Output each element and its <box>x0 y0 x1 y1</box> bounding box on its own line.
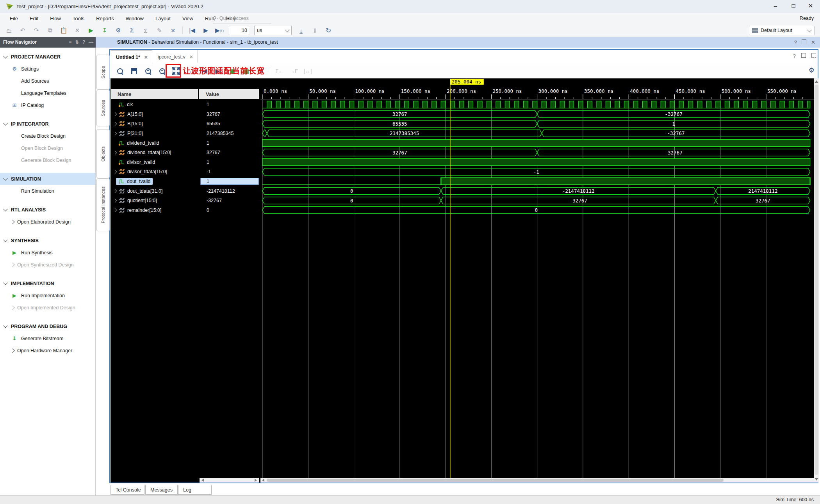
sidebar-section-implementation[interactable]: IMPLEMENTATION <box>0 277 95 289</box>
menu-edit[interactable]: Edit <box>24 13 44 24</box>
wave-settings-gear-icon[interactable]: ⚙ <box>809 66 815 75</box>
sidebar-section-ip-integrator[interactable]: IP INTEGRATOR <box>0 118 95 130</box>
sidebar-section-program-and-debug[interactable]: PROGRAM AND DEBUG <box>0 320 95 332</box>
sidebar-item-run-implementation[interactable]: ▶Run Implementation <box>0 289 95 302</box>
run-all-icon[interactable]: ▶ <box>201 26 210 35</box>
signal-value-A150[interactable]: 32767 <box>200 110 259 119</box>
sim-float-icon[interactable] <box>802 39 806 44</box>
scroll-down-icon[interactable] <box>815 478 818 481</box>
tab-close-icon[interactable]: ✕ <box>189 54 193 60</box>
sidebar-section-synthesis[interactable]: SYNTHESIS <box>0 234 95 247</box>
settings-gear-icon[interactable]: ⚙ <box>114 26 123 35</box>
signal-row-remainder150[interactable]: remainder[15:0] <box>111 206 199 215</box>
fn-minimize-icon[interactable]: — <box>89 37 93 48</box>
tab-close-icon[interactable]: ✕ <box>144 55 148 60</box>
side-tab-protocol-instances[interactable]: Protocol Instances <box>96 178 110 231</box>
sidebar-item-open-elaborated-design[interactable]: Open Elaborated Design <box>0 216 95 228</box>
close-button[interactable]: ✕ <box>802 0 819 12</box>
sidebar-section-project-manager[interactable]: PROJECT MANAGER <box>0 51 95 63</box>
quick-access-search[interactable]: ⚲· Quick Access <box>213 14 271 23</box>
fn-settings-icon[interactable]: ≡ <box>69 37 71 48</box>
wave-help-icon[interactable]: ? <box>793 53 796 59</box>
minimize-button[interactable]: – <box>767 0 784 12</box>
sidebar-item-language-templates[interactable]: Language Templates <box>0 87 95 99</box>
bottom-tab-tcl-console[interactable]: Tcl Console <box>111 485 144 495</box>
menu-view[interactable]: View <box>176 13 199 24</box>
signal-value-dividend_tvalid[interactable]: 1 <box>200 138 259 148</box>
waveform-scrollbar-thumb[interactable] <box>267 479 724 482</box>
bottom-tab-messages[interactable]: Messages <box>145 485 178 495</box>
time-unit-select[interactable]: us <box>254 26 292 35</box>
signal-row-dout_tvalid[interactable]: dout_tvalid <box>111 177 199 186</box>
run-icon[interactable]: ▶ <box>87 26 95 35</box>
signal-value-divisor_tdata150[interactable]: -1 <box>200 167 259 177</box>
signal-value-divisor_tvalid[interactable]: 1 <box>200 158 259 167</box>
signal-row-P310[interactable]: P[31:0] <box>111 129 199 138</box>
signal-value-P310[interactable]: 2147385345 <box>200 129 259 138</box>
value-column-scrollbar[interactable] <box>200 478 259 483</box>
scroll-left-icon[interactable] <box>262 479 264 482</box>
signal-value-clk[interactable]: 1 <box>200 100 259 110</box>
side-tab-scope[interactable]: Scope <box>96 55 110 90</box>
menu-flow[interactable]: Flow <box>44 13 66 24</box>
maximize-button[interactable]: □ <box>785 0 802 12</box>
sidebar-item-ip-catalog[interactable]: ⊞IP Catalog <box>0 99 95 111</box>
run-time-input[interactable] <box>229 26 249 35</box>
sidebar-item-create-block-design[interactable]: Create Block Design <box>0 130 95 142</box>
signal-row-clk[interactable]: clk <box>111 100 199 110</box>
signal-row-dividend_tvalid[interactable]: dividend_tvalid <box>111 138 199 148</box>
menu-tools[interactable]: Tools <box>67 13 90 24</box>
sim-close-icon[interactable]: ✕ <box>811 37 815 48</box>
waveform-canvas[interactable]: 0.000 ns50.000 ns100.000 ns150.000 ns200… <box>260 78 814 483</box>
side-tab-objects[interactable]: Objects <box>96 129 110 178</box>
signal-row-divisor_tvalid[interactable]: divisor_tvalid <box>111 158 199 167</box>
signal-row-dividend_tdata150[interactable]: dividend_tdata[15:0] <box>111 148 199 158</box>
signal-value-dout_tdata310[interactable]: -2147418112 <box>200 186 259 196</box>
breakpoint-icon[interactable]: ⨯ <box>169 26 177 35</box>
paste-icon[interactable]: 📋 <box>59 26 68 35</box>
signal-row-divisor_tdata150[interactable]: divisor_tdata[15:0] <box>111 167 199 177</box>
signal-value-B150[interactable]: 65535 <box>200 119 259 129</box>
waveform-scrollbar[interactable] <box>260 478 814 483</box>
signal-row-B150[interactable]: B[15:0] <box>111 119 199 129</box>
scroll-left-icon[interactable] <box>201 479 204 482</box>
value-column-header[interactable]: Value <box>199 89 259 99</box>
save-waveform-icon[interactable] <box>129 66 139 76</box>
zoom-in-icon[interactable]: + <box>143 66 153 76</box>
signal-value-dividend_tdata150[interactable]: 32767 <box>200 148 259 158</box>
editor-tab-untitled-1-[interactable]: Untitled 1*✕ <box>111 50 152 64</box>
signal-row-quotient150[interactable]: quotient[15:0] <box>111 196 199 206</box>
copy-icon[interactable]: ⧉ <box>46 26 54 35</box>
run-for-time-icon[interactable]: ▶(T) <box>215 26 224 35</box>
sigma-report-icon[interactable]: Σ <box>128 26 136 35</box>
menu-layout[interactable]: Layout <box>150 13 176 24</box>
scroll-right-icon[interactable] <box>255 479 257 482</box>
sidebar-item-generate-bitstream[interactable]: ⇓Generate Bitstream <box>0 332 95 344</box>
scroll-up-icon[interactable] <box>815 80 818 83</box>
menu-reports[interactable]: Reports <box>90 13 120 24</box>
sim-help-icon[interactable]: ? <box>794 37 797 48</box>
sidebar-item-run-simulation[interactable]: Run Simulation <box>0 185 95 197</box>
editor-tab-ipcore-test-v[interactable]: ipcore_test.v✕ <box>152 50 198 63</box>
menu-file[interactable]: File <box>4 13 24 24</box>
sidebar-item-run-synthesis[interactable]: ▶Run Synthesis <box>0 247 95 259</box>
signal-value-quotient150[interactable]: -32767 <box>200 196 259 206</box>
sidebar-section-rtl-analysis[interactable]: RTL ANALYSIS <box>0 204 95 216</box>
signal-value-remainder150[interactable]: 0 <box>200 206 259 215</box>
sidebar-item-open-hardware-manager[interactable]: Open Hardware Manager <box>0 344 95 357</box>
maximize-pane-icon[interactable] <box>811 53 816 58</box>
find-icon[interactable] <box>115 66 125 76</box>
delete-icon[interactable]: ✕ <box>73 26 82 35</box>
fn-help-icon[interactable]: ? <box>82 37 85 48</box>
step-to-icon[interactable]: ↓ <box>297 26 305 35</box>
float-pane-icon[interactable] <box>801 53 806 58</box>
signal-row-dout_tdata310[interactable]: dout_tdata[31:0] <box>111 186 199 196</box>
signal-value-dout_tvalid[interactable]: 1 <box>200 177 259 186</box>
step-into-icon[interactable]: ↧ <box>100 26 109 35</box>
sidebar-item-add-sources[interactable]: Add Sources <box>0 75 95 87</box>
restart-icon[interactable]: |◀ <box>188 26 196 35</box>
sidebar-section-simulation[interactable]: SIMULATION <box>0 173 95 185</box>
relaunch-icon[interactable]: ↻ <box>324 26 333 35</box>
undo-icon[interactable]: ↶ <box>18 26 27 35</box>
name-column-header[interactable]: Name <box>111 89 198 99</box>
